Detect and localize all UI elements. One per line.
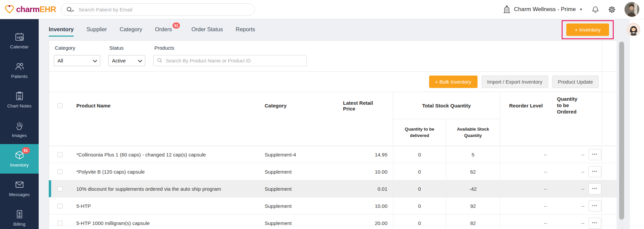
orders-count-badge: 61 (173, 22, 180, 29)
sidebar-item-calendar[interactable]: 12 Calendar (0, 26, 39, 55)
row-more-actions-button[interactable] (589, 149, 601, 160)
cell-category: Supplement (259, 215, 338, 229)
row-checkbox[interactable] (58, 169, 63, 174)
category-filter-select[interactable]: All (54, 55, 100, 66)
select-all-checkbox[interactable] (58, 103, 63, 108)
annotation-highlight-box: + Inventory (562, 20, 614, 39)
sidebar-label: Images (12, 133, 27, 138)
tab-reports[interactable]: Reports (236, 23, 255, 37)
cell-quantity-to-be-delivered: 0 (393, 163, 446, 180)
bulk-inventory-button[interactable]: + Bulk Inventory (429, 76, 478, 88)
row-checkbox[interactable] (58, 152, 63, 157)
table-row[interactable]: 5-HTP 1000 milligram(s) capsule Suppleme… (49, 215, 617, 229)
products-filter-label: Products (153, 45, 307, 51)
cell-latest-retail-price: 20.00 (338, 215, 393, 229)
cell-available-stock-quantity: 92 (446, 197, 500, 214)
charm-ehr-inventory-screen: charmEHR ▾ (0, 0, 644, 229)
vertical-scrollbar-track[interactable] (619, 40, 624, 229)
sidebar-item-inventory[interactable]: 61 Inventory (0, 144, 39, 174)
sidebar-item-messages[interactable]: Messages (0, 174, 39, 203)
col-header-quantity-to-be-ordered: Quantity to be Ordered (552, 92, 587, 119)
table-row[interactable]: 10% discount for supplements ordered via… (49, 180, 617, 197)
messages-envelope-icon (14, 180, 25, 190)
search-scope-caret-icon[interactable]: ▾ (72, 9, 74, 12)
cell-product-name: *Polyvite B (120 caps) capsule (71, 163, 259, 180)
cell-category: Supplement (259, 197, 338, 214)
table-row[interactable]: 5-HTP Supplement 10.00 0 92 -- -- (49, 197, 617, 215)
sidebar-item-chart-notes[interactable]: CC Chart Notes (0, 85, 39, 114)
vertical-scrollbar-thumb[interactable] (619, 42, 624, 220)
tab-supplier[interactable]: Supplier (86, 23, 107, 37)
status-filter-label: Status (108, 45, 145, 51)
practice-name: Charm Wellness - Prime (514, 6, 576, 13)
cell-reorder-level: -- (500, 146, 552, 163)
sidebar-item-patients[interactable]: Patients (0, 55, 39, 85)
tab-order-status[interactable]: Order Status (191, 23, 223, 37)
products-filter-group: Products (153, 45, 307, 71)
cell-quantity-to-be-delivered: 0 (393, 146, 446, 163)
calendar-icon: 12 (14, 32, 25, 42)
top-header: charmEHR ▾ (0, 0, 644, 19)
status-filter-select[interactable]: Active (108, 55, 145, 66)
row-more-actions-button[interactable] (589, 200, 601, 212)
table-actions-row: + Bulk Inventory Import / Export Invento… (49, 72, 617, 92)
search-icon[interactable] (66, 6, 73, 13)
cell-quantity-to-be-ordered: -- (552, 180, 587, 197)
row-checkbox[interactable] (58, 203, 63, 209)
cell-latest-retail-price: 10.00 (338, 163, 393, 180)
sidebar-label: Billing (13, 222, 25, 227)
row-more-actions-button[interactable] (589, 183, 601, 194)
cell-reorder-level: -- (500, 197, 552, 214)
patient-search-bar[interactable]: ▾ (61, 3, 255, 16)
add-inventory-button[interactable]: + Inventory (566, 24, 609, 36)
product-search-icon (157, 57, 163, 63)
cell-category: Supplement (259, 180, 338, 197)
cell-product-name: *Collinsonia Plus 1 (60 caps) - changed … (71, 146, 259, 163)
row-checkbox[interactable] (58, 186, 63, 191)
chart-notes-icon: CC (14, 91, 25, 101)
inventory-table-body: *Collinsonia Plus 1 (60 caps) - changed … (49, 146, 617, 229)
cell-latest-retail-price: 10.00 (338, 197, 393, 214)
settings-gear-icon[interactable] (608, 6, 616, 13)
sidebar-label: Inventory (10, 163, 29, 168)
patient-search-input[interactable] (78, 7, 250, 12)
svg-text:CC: CC (17, 94, 22, 97)
cell-product-name: 10% discount for supplements ordered via… (71, 180, 259, 197)
sidebar-item-images[interactable]: Images (0, 114, 39, 144)
sidebar-label: Chart Notes (7, 103, 31, 108)
assistant-avatar[interactable] (627, 23, 640, 36)
svg-text:12: 12 (16, 36, 20, 39)
cell-quantity-to-be-ordered: -- (552, 215, 587, 229)
cell-quantity-to-be-delivered: 0 (393, 180, 446, 197)
sidebar-item-billing[interactable]: $ Billing (0, 203, 39, 229)
clinic-building-icon (502, 5, 511, 14)
billing-receipt-icon: $ (14, 209, 25, 219)
charm-ehr-logo[interactable]: charmEHR (4, 4, 56, 15)
row-more-actions-button[interactable] (589, 166, 601, 177)
cell-latest-retail-price: 14.95 (338, 146, 393, 163)
row-more-actions-button[interactable] (589, 218, 601, 229)
product-search-input[interactable] (153, 55, 307, 66)
inventory-card: Category All Status Active (49, 40, 617, 229)
table-row[interactable]: *Polyvite B (120 caps) capsule Supplemen… (49, 163, 617, 180)
cell-gutter-pad (602, 215, 617, 229)
tab-orders[interactable]: Orders 61 (155, 23, 172, 37)
cell-product-name: 5-HTP (71, 197, 259, 214)
table-row[interactable]: *Collinsonia Plus 1 (60 caps) - changed … (49, 146, 617, 163)
main-sidebar: 12 Calendar Patients (0, 19, 39, 229)
cell-available-stock-quantity: -42 (446, 180, 500, 197)
cell-gutter-pad (602, 197, 617, 214)
notifications-bell-icon[interactable] (592, 6, 599, 13)
user-avatar[interactable] (624, 2, 639, 17)
tab-inventory[interactable]: Inventory (49, 23, 74, 37)
practice-selector[interactable]: Charm Wellness - Prime ▼ (502, 5, 583, 14)
import-export-inventory-button[interactable]: Import / Export Inventory (482, 76, 548, 88)
filters-bar: Category All Status Active (49, 41, 617, 72)
sidebar-label: Calendar (10, 44, 29, 49)
row-checkbox[interactable] (58, 221, 63, 226)
product-update-button[interactable]: Product Update (552, 76, 599, 88)
inventory-box-icon: 61 (14, 150, 25, 160)
table-gutter-divider (602, 41, 602, 229)
tab-category[interactable]: Category (120, 23, 142, 37)
col-header-product-name: Product Name (71, 92, 259, 119)
